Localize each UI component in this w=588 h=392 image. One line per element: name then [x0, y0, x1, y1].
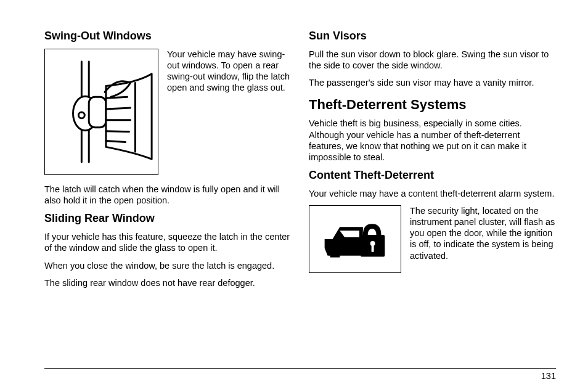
page-footer: 131 [44, 368, 556, 381]
sliding-paragraph-1: If your vehicle has this feature, squeez… [44, 231, 292, 253]
theft-paragraph-1: Vehicle theft is big business, especiall… [309, 118, 556, 163]
sun-paragraph-2: The passenger's side sun visor may have … [309, 77, 556, 88]
right-column: Sun Visors Pull the sun visor down to bl… [309, 30, 556, 295]
content-paragraph-1: Your vehicle may have a content theft-de… [309, 188, 556, 199]
heading-sliding-rear-window: Sliding Rear Window [44, 212, 292, 225]
security-light-illustration [309, 205, 401, 273]
sliding-paragraph-2: When you close the window, be sure the l… [44, 260, 292, 271]
sliding-paragraph-3: The sliding rear window does not have re… [44, 277, 292, 288]
car-lock-icon [309, 205, 401, 273]
hand-latch-icon [45, 49, 158, 175]
svg-rect-2 [89, 97, 106, 127]
swing-out-side-text: Your vehicle may have swing-out windows.… [167, 49, 292, 175]
left-column: Swing-Out Windows [44, 30, 292, 295]
svg-rect-3 [330, 251, 340, 258]
heading-content-theft-deterrent: Content Theft-Deterrent [309, 169, 556, 182]
swing-out-figure-row: Your vehicle may have swing-out windows.… [44, 49, 292, 175]
svg-rect-6 [372, 245, 374, 252]
heading-sun-visors: Sun Visors [309, 30, 556, 43]
swing-out-window-latch-illustration [44, 49, 158, 175]
heading-swing-out-windows: Swing-Out Windows [44, 30, 292, 43]
page-columns: Swing-Out Windows [44, 30, 556, 295]
sun-paragraph-1: Pull the sun visor down to block glare. … [309, 49, 556, 71]
security-light-side-text: The security light, located on the instr… [410, 205, 556, 273]
security-light-figure-row: The security light, located on the instr… [309, 205, 556, 273]
page-number: 131 [541, 371, 556, 381]
heading-theft-deterrent-systems: Theft-Deterrent Systems [309, 97, 556, 113]
swing-out-paragraph-2: The latch will catch when the window is … [44, 184, 292, 206]
